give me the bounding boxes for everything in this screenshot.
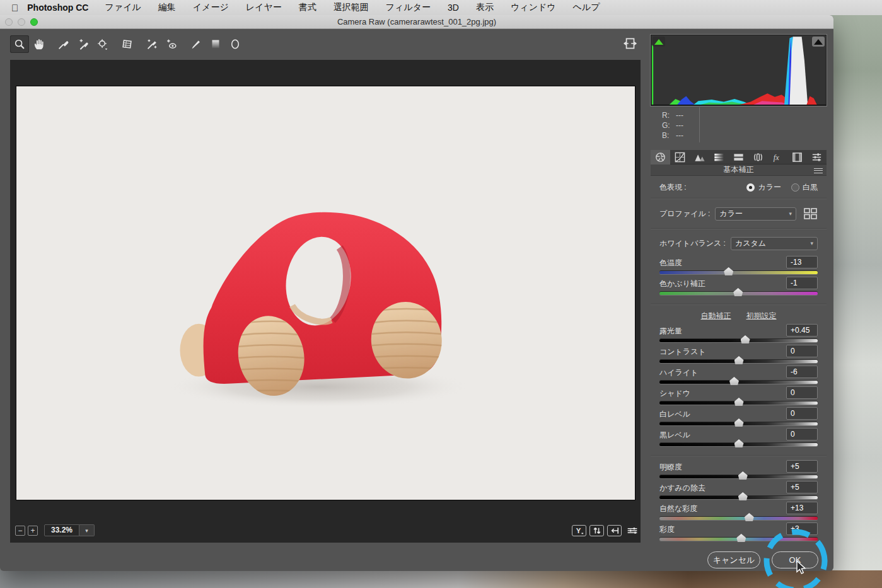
tool-targeted-adjustment-icon[interactable] [93, 35, 112, 53]
tab-camera-calibration[interactable] [787, 150, 807, 164]
copy-current-to-before-icon[interactable] [607, 525, 622, 536]
slider-track[interactable] [659, 339, 818, 342]
profile-browser-grid-icon[interactable] [804, 208, 818, 219]
slider-row: 黒レベル0 [659, 429, 818, 450]
slider-thumb[interactable] [745, 513, 754, 521]
slider-thumb[interactable] [724, 267, 733, 275]
menu-item-1[interactable]: ファイル [105, 2, 141, 13]
tool-graduated-filter-icon[interactable] [206, 35, 225, 53]
slider-thumb[interactable] [733, 288, 743, 296]
slider-value-input[interactable]: +0.45 [786, 324, 818, 337]
slider-value-input[interactable]: 0 [786, 407, 818, 420]
slider-thumb[interactable] [741, 335, 750, 343]
menu-item-5[interactable]: 書式 [299, 2, 316, 13]
menu-app-name[interactable]: Photoshop CC [27, 3, 88, 13]
slider-thumb[interactable] [734, 418, 744, 427]
profile-select[interactable]: カラー▾ [715, 207, 796, 221]
zoom-in-button[interactable]: + [28, 526, 38, 536]
zoom-out-button[interactable]: − [15, 526, 25, 536]
menu-item-8[interactable]: 3D [448, 3, 459, 13]
rgb-g-value: --- [676, 121, 683, 130]
treatment-option-1[interactable]: カラー [746, 182, 781, 193]
menu-item-6[interactable]: 選択範囲 [334, 2, 369, 13]
image-preview-canvas[interactable]: − + 33.2% ▾ Y [10, 60, 641, 543]
white-balance-select[interactable]: カスタム▾ [731, 237, 818, 250]
rgb-b-value: --- [676, 131, 683, 140]
apple-menu-icon[interactable]:  [11, 3, 18, 13]
zoom-controls: − + 33.2% ▾ [15, 524, 95, 536]
defaults-link[interactable]: 初期設定 [746, 311, 777, 321]
zoom-level-value[interactable]: 33.2% [44, 524, 79, 536]
slider-thumb[interactable] [734, 398, 744, 406]
tool-zoom-icon[interactable] [10, 35, 29, 53]
tool-adjustment-brush-icon[interactable] [187, 35, 206, 53]
tab-split-toning[interactable] [729, 150, 748, 164]
slider-thumb[interactable] [738, 492, 748, 500]
tab-effects[interactable]: fx [768, 150, 787, 164]
tab-lens-corrections[interactable] [748, 150, 768, 164]
slider-thumb[interactable] [729, 377, 739, 385]
slider-row: 露光量+0.45 [659, 325, 818, 346]
slider-value-input[interactable]: +3 [786, 522, 818, 535]
swap-before-after-icon[interactable] [589, 525, 604, 536]
zoom-level-dropdown[interactable]: ▾ [79, 524, 95, 536]
slider-label: 自然な彩度 [659, 504, 697, 514]
photo-preview[interactable] [16, 86, 635, 500]
radio-selected-icon[interactable] [746, 183, 755, 192]
slider-value-input[interactable]: -13 [786, 256, 818, 268]
menu-item-3[interactable]: イメージ [193, 2, 229, 13]
histogram[interactable] [651, 35, 827, 106]
tool-transform-icon[interactable] [118, 35, 137, 53]
slider-value-input[interactable]: -1 [786, 277, 818, 289]
preview-preferences-icon[interactable] [627, 526, 638, 535]
auto-correct-link[interactable]: 自動補正 [701, 311, 731, 321]
slider-row: かすみの除去+5 [659, 482, 818, 503]
slider-track[interactable] [659, 271, 818, 274]
slider-value-input[interactable]: 0 [786, 345, 818, 357]
slider-value-input[interactable]: 0 [786, 428, 818, 441]
cancel-button[interactable]: キャンセル [707, 551, 760, 568]
panel-menu-icon[interactable] [814, 166, 823, 173]
slider-track[interactable] [659, 517, 818, 520]
slider-value-input[interactable]: +13 [786, 502, 818, 514]
shadow-clipping-indicator[interactable] [653, 37, 665, 47]
tab-presets[interactable] [807, 150, 827, 164]
slider-value-input[interactable]: +5 [786, 460, 818, 473]
slider-value-input[interactable]: +5 [786, 481, 818, 493]
preview-controls: Y [569, 525, 638, 536]
slider-thumb[interactable] [734, 356, 744, 364]
tool-radial-filter-icon[interactable] [226, 35, 245, 53]
tab-basic[interactable] [651, 150, 670, 164]
toggle-fullscreen-icon[interactable] [622, 35, 638, 52]
tab-detail[interactable] [690, 150, 709, 164]
menu-item-9[interactable]: 表示 [476, 2, 494, 13]
panel-title: 基本補正 [724, 164, 754, 175]
radio-unselected-icon[interactable] [791, 183, 799, 192]
adjustments-panel: R:--- G:--- B:--- fx 基本補正 色表現 : カラー白黒 プロ… [651, 35, 827, 545]
slider-row: 色かぶり補正-1 [659, 278, 818, 299]
slider-thumb[interactable] [734, 439, 744, 447]
menu-item-11[interactable]: ヘルプ [573, 2, 600, 13]
tool-hand-icon[interactable] [30, 35, 49, 53]
rgb-readout: R:--- G:--- B:--- [651, 107, 827, 142]
tab-tone-curve[interactable] [670, 150, 690, 164]
slider-value-input[interactable]: -6 [786, 366, 818, 378]
menu-item-4[interactable]: レイヤー [246, 2, 282, 13]
tool-white-balance-icon[interactable] [54, 35, 73, 53]
tool-color-sampler-icon[interactable] [74, 35, 93, 53]
menu-item-10[interactable]: ウィンドウ [511, 2, 556, 13]
menu-item-7[interactable]: フィルター [386, 2, 431, 13]
slider-value-input[interactable]: 0 [786, 386, 818, 399]
highlight-clipping-indicator[interactable] [812, 37, 825, 47]
treatment-option-2[interactable]: 白黒 [791, 182, 818, 193]
menu-item-2[interactable]: 編集 [158, 2, 176, 13]
slider-thumb[interactable] [738, 471, 748, 480]
tool-red-eye-icon[interactable] [162, 35, 181, 53]
ok-button[interactable]: OK [772, 551, 818, 568]
treatment-label: 色表現 : [659, 182, 687, 193]
window-titlebar[interactable]: Camera Raw (camerarawtest_001_2pg.jpg) [0, 15, 833, 29]
slider-thumb[interactable] [736, 534, 746, 542]
tool-spot-removal-icon[interactable] [142, 35, 161, 53]
tab-hsl-grayscale[interactable] [709, 150, 729, 164]
before-after-view-icon[interactable]: Y [572, 525, 586, 536]
